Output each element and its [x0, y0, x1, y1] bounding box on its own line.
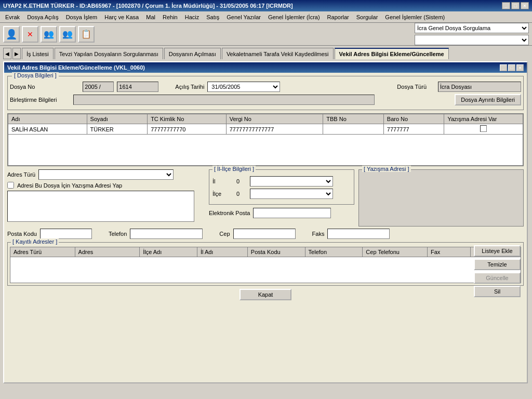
dialog-title-btns: _ □ ×	[500, 64, 524, 71]
dosya-no-num	[117, 82, 158, 92]
col-tc[interactable]: TC Kimlik No	[148, 114, 227, 124]
col-telefon-h[interactable]: Telefon	[305, 247, 363, 257]
dosya-no-label: Dosya No	[10, 84, 35, 90]
menu-genel-islemler-sistem[interactable]: Genel İşlemler (Sistem)	[382, 13, 448, 21]
elektronik-posta-input[interactable]	[253, 208, 331, 218]
table-row[interactable]: SALİH ASLAN TÜRKER 77777777770 777777777…	[8, 124, 523, 135]
menu-dosya-islem[interactable]: Dosya İşlem	[63, 13, 101, 21]
tab-vekil-adres[interactable]: Vekil Adres Bilgisi Ekleme/Güncelleme	[335, 48, 449, 59]
kapat-btn[interactable]: Kapat	[240, 289, 291, 300]
title-bar: UYAP2 K.ETHEM TÜRKER - ID:AB65967 - [100…	[0, 0, 532, 11]
minimize-btn[interactable]: _	[502, 2, 510, 9]
ilce-label: İlçe	[212, 191, 233, 197]
guncelle-btn: Güncelle	[474, 272, 521, 284]
acilis-tarihi-combo[interactable]: 31/05/2005	[207, 82, 280, 92]
toolbar-btn-report[interactable]: 📋	[78, 26, 95, 43]
posta-kodu-label: Posta Kodu	[7, 231, 37, 237]
col-posta-kodu-h[interactable]: Posta Kodu	[247, 247, 305, 257]
kayitli-group: [ Kayıtlı Adresler ] Adres Türü Adres İl…	[7, 242, 524, 286]
cell-adi: SALİH ASLAN	[8, 124, 87, 135]
address-main-section: Adres Türü Adresi Bu Dosya İçin Yazışma …	[7, 169, 524, 227]
menu-raporlar[interactable]: Raporlar	[324, 13, 352, 21]
birlestirme-label: Birleştirme Bilgileri	[10, 97, 57, 103]
dialog-restore-btn[interactable]: □	[508, 64, 515, 71]
telefon-label: Telefon	[109, 231, 127, 237]
col-fax[interactable]: Fax	[427, 247, 470, 257]
toolbar-btn-person[interactable]: 👤	[3, 26, 20, 43]
menu-rehin[interactable]: Rehin	[159, 13, 181, 21]
tab-prev-btn[interactable]: ◀	[3, 48, 11, 59]
close-btn[interactable]: ×	[521, 2, 529, 9]
menu-haciz[interactable]: Haciz	[182, 13, 203, 21]
sil-btn[interactable]: Sil	[474, 286, 521, 297]
maximize-btn[interactable]: □	[511, 2, 520, 9]
ilce-combo[interactable]	[250, 189, 333, 199]
cell-vergi: 77777777777777	[226, 124, 323, 135]
kayitli-table: Adres Türü Adres İlçe Adı İl Adı Posta K…	[10, 247, 521, 283]
temizle-btn[interactable]: Temizle	[474, 259, 521, 270]
tab-vekaletnameli[interactable]: Vekaletnameli Tarafa Vekil Kaydedilmesi	[222, 48, 334, 59]
col-soyadi[interactable]: Soyadı	[87, 114, 148, 124]
menu-harc-kasa[interactable]: Harç ve Kasa	[101, 13, 142, 21]
cep-input[interactable]	[233, 229, 296, 239]
elektronik-posta-row: Elektronik Posta	[209, 208, 354, 218]
col-ilce-adi[interactable]: İlçe Adı	[140, 247, 197, 257]
toolbar-btn-group[interactable]: 👥	[41, 26, 57, 43]
tab-tevzi[interactable]: Tevzi Yapılan Dosyaların Sorgulanması	[55, 48, 163, 59]
toolbar-select-2[interactable]	[415, 35, 529, 45]
cell-tbb	[323, 124, 384, 135]
dosya-no-year	[83, 82, 114, 92]
il-combo[interactable]	[250, 176, 333, 187]
il-row: İl 0	[212, 176, 351, 187]
adres-turu-combo[interactable]	[38, 169, 174, 180]
tab-next-btn[interactable]: ▶	[12, 48, 21, 59]
col-adres-turu[interactable]: Adres Türü	[10, 247, 75, 257]
col-adres[interactable]: Adres	[75, 247, 140, 257]
dialog-content: [ Dosya Bilgileri ] Dosya No Açılış Tari…	[4, 73, 527, 307]
toolbar: 👤 ✕ 👥 👥 📋 İcra Genel Dosya Sorgulama	[0, 23, 532, 46]
yazisma-checkbox[interactable]	[480, 125, 487, 132]
adres-textarea[interactable]	[7, 191, 194, 222]
ilce-value: 0	[236, 191, 247, 197]
dosya-ayrintı-btn[interactable]: Dosya Ayrıntı Bilgileri	[455, 94, 521, 105]
col-il-adi[interactable]: İl Adı	[197, 247, 247, 257]
faks-input[interactable]	[327, 229, 390, 239]
menu-mal[interactable]: Mal	[143, 13, 158, 21]
birlestirme-row: Birleştirme Bilgileri Dosya Ayrıntı Bilg…	[10, 94, 521, 105]
faks-label: Faks	[312, 231, 325, 237]
menu-evrak[interactable]: Evrak	[2, 13, 23, 21]
menu-genel-yazilar[interactable]: Genel Yazılar	[223, 13, 264, 21]
table-row-empty	[8, 135, 523, 166]
col-vergi[interactable]: Vergi No	[226, 114, 323, 124]
listeye-ekle-btn[interactable]: Listeye Ekle	[474, 245, 521, 257]
il-ilce-title: [ İl-İlçe Bilgileri ]	[212, 166, 256, 172]
checkbox-row: Adresi Bu Dosya İçin Yazışma Adresi Yap	[7, 182, 205, 189]
dialog-minimize-btn[interactable]: _	[500, 64, 507, 71]
menu-genel-islemler-icra[interactable]: Genel İşlemler (İcra)	[265, 13, 323, 21]
menu-dosya-acilis[interactable]: Dosya Açılış	[24, 13, 62, 21]
il-label: İl	[212, 178, 233, 184]
dosya-turu-value	[438, 82, 521, 92]
tab-is-listesi[interactable]: İş Listesi	[22, 48, 54, 59]
dialog-close-btn[interactable]: ×	[516, 64, 524, 71]
col-yazisma[interactable]: Yazışma Adresi Var	[444, 114, 523, 124]
kayitli-adresler-section: [ Kayıtlı Adresler ] Adres Türü Adres İl…	[7, 242, 524, 286]
menu-satis[interactable]: Satış	[203, 13, 222, 21]
tab-dosya-acilmasi[interactable]: Dosyanın Açılması	[164, 48, 221, 59]
col-adi[interactable]: Adı	[8, 114, 87, 124]
toolbar-select-1[interactable]: İcra Genel Dosya Sorgulama	[415, 23, 529, 33]
il-ilce-group: [ İl-İlçe Bilgileri ] İl 0 İlçe 0	[209, 169, 354, 205]
dosya-no-row: Dosya No Açılış Tarihi 31/05/2005 Dosya …	[10, 82, 521, 92]
col-tbb[interactable]: TBB No	[323, 114, 384, 124]
dosya-bilgileri-title: [ Dosya Bilgileri ]	[12, 72, 59, 78]
toolbar-btn-add-group[interactable]: 👥	[59, 26, 76, 43]
yazisma-adresi-checkbox[interactable]	[7, 182, 14, 189]
contact-row: Posta Kodu Telefon Cep Faks	[7, 229, 524, 239]
toolbar-btn-close[interactable]: ✕	[22, 26, 38, 43]
menu-sorgular[interactable]: Sorgular	[353, 13, 381, 21]
toolbar-dropdowns: İcra Genel Dosya Sorgulama	[415, 23, 529, 45]
telefon-input[interactable]	[130, 229, 203, 239]
col-baro[interactable]: Baro No	[383, 114, 444, 124]
col-cep-telefonu[interactable]: Cep Telefonu	[363, 247, 428, 257]
posta-kodu-input[interactable]	[40, 229, 92, 239]
